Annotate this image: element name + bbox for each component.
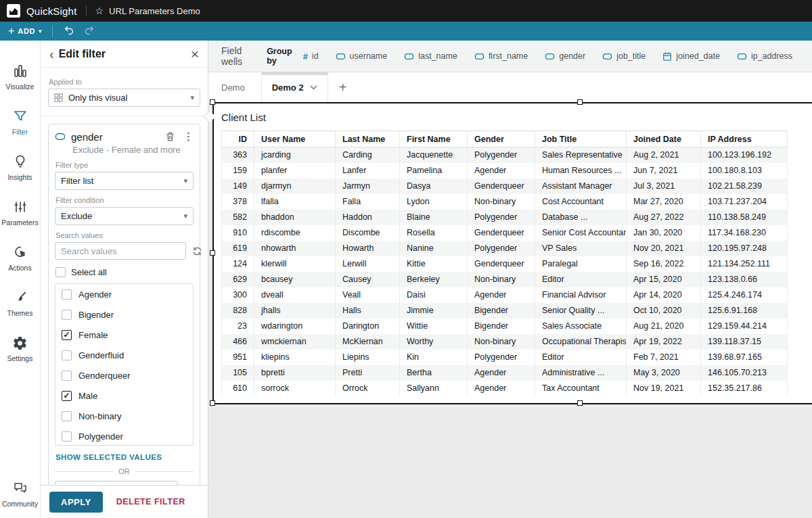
column-header[interactable]: ID <box>222 131 254 147</box>
sidebar-item-community[interactable]: Community <box>0 471 41 517</box>
field-pill-ip_address[interactable]: ip_address <box>737 51 792 61</box>
selection-handle[interactable] <box>210 400 215 406</box>
edit-filter-panel: ‹ Edit filter × Applied to Only this vis… <box>41 41 208 518</box>
filter-option-row[interactable]: Male <box>55 385 193 406</box>
table-cell: Oct 10, 2020 <box>627 303 701 319</box>
table-cell: 300 <box>222 287 254 303</box>
field-pill-job_title[interactable]: job_title <box>602 51 646 61</box>
table-cell: Veall <box>336 287 400 303</box>
filter-option-row[interactable]: Genderqueer <box>55 365 193 385</box>
close-icon[interactable]: × <box>191 47 199 61</box>
selection-handle[interactable] <box>210 99 215 105</box>
refresh-icon[interactable] <box>192 246 202 256</box>
filter-option-row[interactable]: Agender <box>55 284 193 304</box>
tab-demo-2[interactable]: Demo 2 <box>261 72 328 103</box>
table-cell: Apr 15, 2020 <box>627 272 701 287</box>
field-pill-id[interactable]: #id <box>303 51 319 62</box>
table-cell: 910 <box>222 225 254 241</box>
field-wells-bar[interactable]: Field wells Group by #idusernamelast_nam… <box>208 41 812 72</box>
sidebar-item-visualize[interactable]: Visualize <box>0 54 41 99</box>
sidebar-item-parameters[interactable]: Parameters <box>0 190 41 235</box>
checkbox[interactable] <box>62 431 72 442</box>
column-header[interactable]: Gender <box>468 131 535 147</box>
checkbox[interactable] <box>62 310 72 320</box>
table-cell: Agender <box>468 365 535 381</box>
back-chevron-icon[interactable]: ‹ <box>49 47 54 61</box>
table-cell: 100.180.8.103 <box>701 163 788 179</box>
filter-option-row[interactable]: Polygender <box>55 426 193 446</box>
table-row: 300dveallVeallDaisiAgenderFinancial Advi… <box>222 287 788 303</box>
filter-option-row[interactable]: Female <box>55 325 193 345</box>
field-pill-gender[interactable]: gender <box>545 51 585 61</box>
field-pill-first_name[interactable]: first_name <box>474 51 528 61</box>
checkbox[interactable] <box>62 350 72 360</box>
table-cell: 466 <box>222 334 254 350</box>
filter-option-row[interactable]: Genderfluid <box>55 345 193 365</box>
table-cell: Cost Accountant <box>535 194 627 210</box>
table-cell: Polygender <box>468 241 535 256</box>
table-cell: Bigender <box>468 319 535 334</box>
checkbox[interactable] <box>62 371 72 381</box>
selection-handle[interactable] <box>577 400 583 406</box>
table-cell: Apr 14, 2020 <box>627 287 701 303</box>
sidebar-item-filter[interactable]: Filter <box>0 99 41 145</box>
filter-option-row[interactable]: Bigender <box>55 304 193 325</box>
checkbox[interactable] <box>62 330 72 340</box>
table-cell: Jacquenette <box>400 147 468 163</box>
table-row: 828jhallsHallsJimmieBigenderSenior Quali… <box>222 303 788 319</box>
show-selected-values-link[interactable]: SHOW SELECTED VALUES <box>55 453 193 461</box>
redo-icon[interactable] <box>84 24 95 39</box>
table-cell: Feb 7, 2021 <box>627 350 701 365</box>
table-visual[interactable]: Client List ID User Name Last Name First… <box>213 103 812 404</box>
field-pill-joined_date[interactable]: joined_date <box>662 51 720 62</box>
field-pill-label: first_name <box>489 51 528 61</box>
star-icon[interactable]: ☆ <box>95 5 104 16</box>
selection-handle[interactable] <box>210 250 215 256</box>
add-sheet-button[interactable]: + <box>339 72 347 103</box>
main-area: Field wells Group by #idusernamelast_nam… <box>208 41 812 518</box>
client-table: ID User Name Last Name First Name Gender… <box>221 131 788 396</box>
sidebar-item-actions[interactable]: Actions <box>0 235 41 281</box>
table-cell: Polygender <box>468 147 535 163</box>
select-all-row[interactable]: Select all <box>55 267 193 277</box>
field-pill-last_name[interactable]: last_name <box>404 51 457 61</box>
table-row: 629bcauseyCauseyBerkeleyNon-binaryEditor… <box>222 272 788 287</box>
column-header[interactable]: Joined Date <box>627 131 701 147</box>
checkbox[interactable] <box>62 411 72 421</box>
undo-icon[interactable] <box>63 24 74 39</box>
sidebar-item-themes[interactable]: Themes <box>0 281 41 326</box>
search-values-input[interactable] <box>55 242 186 260</box>
filter-field-name: gender <box>71 131 103 143</box>
delete-filter-button[interactable]: DELETE FILTER <box>116 497 185 507</box>
filter-option-row[interactable]: Non-binary <box>55 406 193 426</box>
tab-demo[interactable]: Demo <box>221 72 256 103</box>
table-row: 951kliepinsLiepinsKinPolygenderEditorFeb… <box>222 350 788 365</box>
filter-type-dropdown[interactable]: Filter list ▾ <box>55 172 194 190</box>
search-values-label: Search values <box>55 231 193 239</box>
sidebar-item-settings[interactable]: Settings <box>0 326 41 371</box>
applied-to-dropdown[interactable]: Only this visual ▾ <box>48 89 200 107</box>
add-button[interactable]: + ADD ▾ <box>8 26 42 37</box>
sidebar-item-insights[interactable]: Insights <box>0 145 41 190</box>
table-cell: Senior Quality ... <box>535 303 627 319</box>
trash-icon[interactable] <box>165 131 175 142</box>
selection-handle[interactable] <box>577 99 583 105</box>
column-header[interactable]: First Name <box>400 131 468 147</box>
apply-button[interactable]: APPLY <box>49 492 103 513</box>
field-pill-label: job_title <box>616 51 646 61</box>
select-all-checkbox[interactable] <box>55 267 66 277</box>
column-header[interactable]: Last Name <box>336 131 400 147</box>
kebab-menu-icon[interactable]: ⋮ <box>183 131 194 143</box>
field-pill-username[interactable]: username <box>336 51 388 61</box>
table-cell: Aug 2, 2021 <box>627 147 701 163</box>
table-cell: Database ... <box>535 210 627 225</box>
checkbox[interactable] <box>62 289 72 300</box>
column-header[interactable]: User Name <box>254 131 336 147</box>
table-row: 105bprettiPrettiBerthaAgenderAdministrat… <box>222 365 788 381</box>
checkbox[interactable] <box>62 391 72 401</box>
group-by-label: Group by <box>267 47 292 66</box>
table-cell: Agender <box>468 381 535 396</box>
column-header[interactable]: Job Title <box>535 131 627 147</box>
filter-condition-dropdown[interactable]: Exclude ▾ <box>55 207 194 225</box>
column-header[interactable]: IP Address <box>701 131 788 147</box>
